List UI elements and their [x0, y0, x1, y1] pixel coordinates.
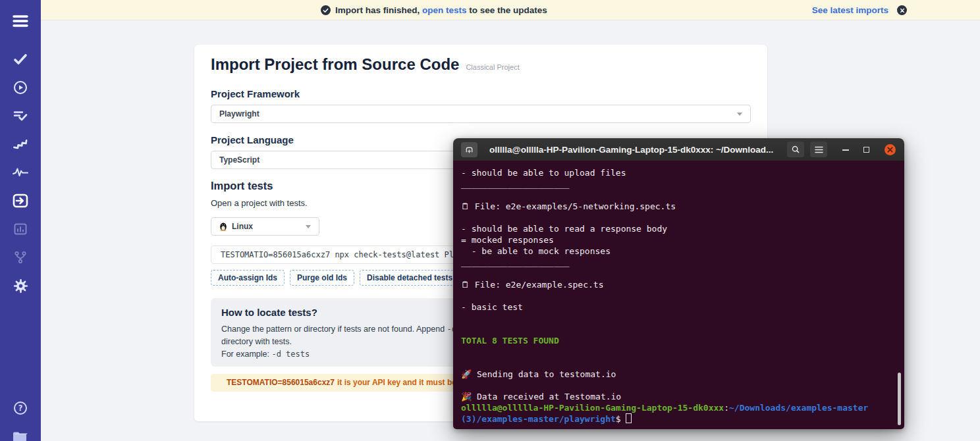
- notification-banner: Import has finished, open tests to see t…: [41, 0, 980, 20]
- terminal-line: 🚀 Sending data to testomat.io: [461, 369, 896, 380]
- terminal-menu-button[interactable]: [810, 142, 827, 157]
- os-select[interactable]: Linux: [211, 217, 319, 236]
- terminal-line: (3)/examples-master/playwright$: [461, 413, 896, 425]
- terminal-title: ollllla@ollllla-HP-Pavilion-Gaming-Lapto…: [489, 145, 773, 155]
- terminal-search-button[interactable]: [787, 142, 804, 157]
- framework-select[interactable]: Playwright: [211, 105, 751, 123]
- project-type-label: Classical Project: [466, 63, 519, 71]
- terminal-line: 🗒 File: e2e/example.spec.ts: [461, 279, 896, 290]
- close-circle-icon[interactable]: [897, 5, 907, 15]
- app-root: { "colors": { "sidebar_bg": "#3c3c99", "…: [0, 0, 980, 441]
- terminal-line: = mocked responses: [461, 234, 896, 246]
- terminal-titlebar[interactable]: ollllla@ollllla-HP-Pavilion-Gaming-Lapto…: [453, 138, 904, 161]
- tag-disable-detached-tests[interactable]: Disable detached tests: [360, 270, 460, 286]
- open-tests-link[interactable]: open tests: [422, 5, 467, 15]
- language-value: TypeScript: [219, 155, 259, 165]
- terminal-line: [461, 324, 896, 335]
- banner-text-prefix: Import has finished,: [335, 5, 422, 15]
- terminal-line: 🗒 File: e2e-examples/5-networking.spec.t…: [461, 201, 896, 212]
- framework-label: Project Framework: [211, 88, 751, 100]
- see-latest-imports-link[interactable]: See latest imports: [812, 5, 888, 15]
- tag-auto-assign-ids[interactable]: Auto-assign Ids: [211, 270, 285, 286]
- example-code: -d tests: [271, 350, 310, 359]
- import-command-text: TESTOMATIO=856015a6cxz7 npx check-tests@…: [221, 250, 492, 259]
- steps-icon[interactable]: [12, 136, 29, 153]
- terminal-cursor: [626, 413, 632, 423]
- analytics-pulse-icon[interactable]: [12, 164, 29, 181]
- chevron-down-icon: [306, 225, 311, 228]
- terminal-line: [461, 313, 896, 324]
- terminal-line: _____________________: [461, 257, 896, 268]
- terminal-line: - should be able to read a response body: [461, 223, 896, 234]
- terminal-line: _____________________: [461, 178, 896, 190]
- terminal-line: [461, 346, 896, 357]
- terminal-line: 🎉 Data received at Testomat.io: [461, 391, 896, 402]
- import-icon[interactable]: [12, 192, 29, 209]
- terminal-line: [461, 380, 896, 391]
- terminal-line: [461, 212, 896, 223]
- framework-value: Playwright: [219, 109, 259, 118]
- api-key-value: TESTOMATIO=856015a6cxz7: [227, 378, 335, 387]
- banner-text-suffix: to see the updates: [467, 5, 547, 15]
- runs-play-icon[interactable]: [12, 79, 29, 96]
- terminal-line: ollllla@ollllla-HP-Pavilion-Gaming-Lapto…: [461, 402, 896, 413]
- terminal-line: - basic test: [461, 301, 896, 313]
- minimize-button[interactable]: [838, 143, 853, 155]
- os-value: Linux: [232, 222, 253, 231]
- page-title: Import Project from Source CodeClassical…: [211, 55, 751, 76]
- help-icon[interactable]: ?: [12, 400, 29, 417]
- svg-text:?: ?: [18, 403, 23, 413]
- banner-message: Import has finished, open tests to see t…: [321, 0, 547, 20]
- tag-purge-old-ids[interactable]: Purge old Ids: [290, 270, 354, 286]
- terminal-line: - be able to mock responses: [461, 246, 896, 257]
- terminal-line: [461, 290, 896, 301]
- chevron-down-icon: [737, 113, 742, 116]
- branches-icon[interactable]: [12, 249, 29, 266]
- close-button[interactable]: [885, 144, 896, 155]
- projects-folder-icon[interactable]: [12, 428, 29, 441]
- maximize-button[interactable]: [859, 147, 873, 153]
- terminal-line: TOTAL 8 TESTS FOUND: [461, 335, 896, 346]
- hamburger-menu-icon[interactable]: [12, 13, 29, 30]
- sidebar: ?: [0, 0, 41, 441]
- new-tab-button[interactable]: [461, 142, 477, 157]
- linux-penguin-icon: [219, 222, 227, 231]
- banner-right-group: See latest imports: [812, 0, 907, 20]
- terminal-scrollbar[interactable]: [898, 373, 901, 425]
- terminal-line: [461, 268, 896, 279]
- terminal-window: ollllla@ollllla-HP-Pavilion-Gaming-Lapto…: [453, 138, 904, 429]
- check-circle-icon: [321, 5, 331, 15]
- terminal-line: - should be able to upload files: [461, 167, 896, 178]
- terminal-line: [461, 190, 896, 201]
- test-plans-list-icon[interactable]: [12, 107, 29, 124]
- terminal-line: [461, 357, 896, 369]
- settings-gear-icon[interactable]: [12, 277, 29, 294]
- tests-check-icon[interactable]: [12, 51, 29, 68]
- reports-chart-icon[interactable]: [12, 220, 29, 238]
- terminal-body[interactable]: - should be able to upload files________…: [453, 161, 904, 429]
- titlebar-buttons: [787, 142, 896, 157]
